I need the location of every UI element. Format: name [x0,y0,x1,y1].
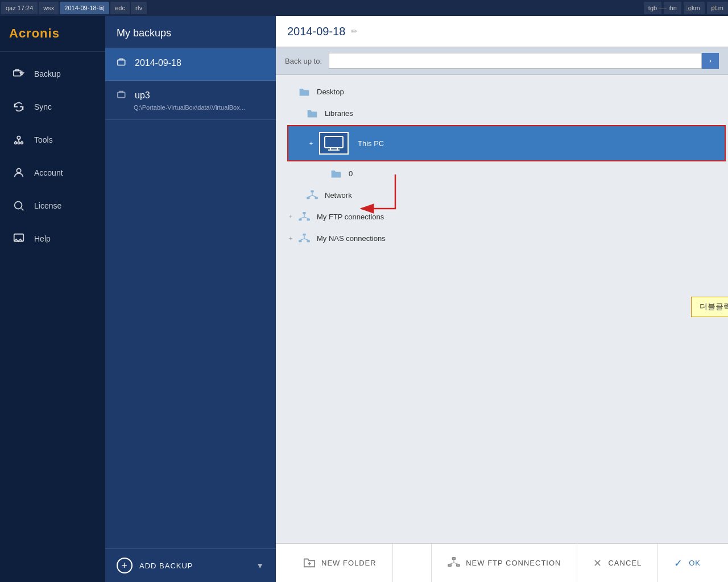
svg-rect-27 [299,240,301,243]
expand-ftp[interactable]: + [285,211,296,222]
expand-libraries[interactable] [293,107,304,119]
backup-to-arrow[interactable]: › [702,53,719,69]
new-ftp-icon [448,556,460,570]
sidebar-item-backup[interactable]: Backup [0,57,105,90]
cancel-button[interactable]: ✕ CANCEL [577,544,657,582]
tree-item-this-pc[interactable]: + This PC [287,125,726,161]
add-backup-button[interactable]: + ADD BACKUP ▼ [117,558,264,573]
ok-button[interactable]: ✓ OK [657,544,717,582]
minimize-button[interactable]: — [650,0,676,16]
backup-item-sub: Q:\Portable-VirtualBox\data\VirtualBox..… [117,104,264,111]
folder-icon-libraries [304,105,320,121]
taskbar-edc[interactable]: edc [110,2,130,14]
expand-this-pc[interactable]: + [305,138,317,149]
folder-icon-desktop [296,84,312,99]
tree-item-network[interactable]: Network [276,184,728,206]
tree-item-ftp[interactable]: + My FTP connections [276,206,728,227]
account-label: Account [34,168,63,177]
svg-rect-14 [311,190,313,193]
backup-to-bar: Back up to: › [276,47,728,75]
svg-line-24 [300,217,304,219]
this-pc-label: This PC [358,139,384,148]
panel-title: My backups [105,16,276,48]
sidebar-nav: Backup Sync [0,52,105,582]
app-logo: Acronis [0,16,105,52]
sidebar-item-tools[interactable]: Tools [0,123,105,156]
taskbar-date[interactable]: 2014-09-18-목 [60,2,109,14]
svg-point-2 [15,142,17,144]
svg-point-3 [21,142,23,144]
new-folder-button[interactable]: NEW FOLDER [287,544,393,582]
backup-to-label: Back up to: [285,57,322,65]
svg-line-31 [304,239,308,240]
backup-item-up3[interactable]: up3 Q:\Portable-VirtualBox\data\VirtualB… [105,81,276,120]
taskbar-time: qaz 17:24 [1,2,38,14]
expand-desktop[interactable] [285,86,296,97]
svg-line-30 [300,239,304,240]
svg-rect-21 [299,219,301,221]
taskbar-rfv[interactable]: rfv [131,2,147,14]
add-backup-chevron: ▼ [256,561,264,570]
expand-zero[interactable] [317,168,328,179]
help-icon [11,231,26,246]
svg-rect-28 [307,240,310,243]
edit-icon[interactable]: ✏ [351,27,358,36]
taskbar-wsx[interactable]: wsx [39,2,59,14]
account-icon [11,165,26,180]
ftp-label: My FTP connections [317,213,384,221]
annotation-tooltip: 더블클릭하시면됩니다 [691,297,728,317]
zero-label: 0 [349,169,353,178]
network-label: Network [325,191,352,199]
panel-footer: + ADD BACKUP ▼ [105,548,276,582]
sidebar-item-account[interactable]: Account [0,156,105,189]
tree-item-desktop[interactable]: Desktop [276,81,728,102]
tree-item-nas[interactable]: + My NAS connections [276,227,728,249]
maximize-button[interactable]: □ [676,0,702,16]
svg-line-25 [304,217,308,219]
backup-to-input[interactable] [329,53,702,69]
sync-icon [11,99,26,114]
network-icon [304,187,320,203]
svg-point-4 [18,142,20,144]
sidebar-item-sync[interactable]: Sync [0,90,105,123]
sidebar-item-license[interactable]: License [0,189,105,222]
svg-rect-8 [118,60,125,65]
svg-point-6 [15,202,22,209]
svg-rect-10 [325,136,343,148]
svg-rect-35 [452,557,456,559]
ok-icon: ✓ [674,557,683,569]
svg-rect-22 [307,219,310,221]
backup-label: Backup [34,69,61,78]
tree-item-libraries[interactable]: Libraries [276,102,728,124]
folder-icon-zero [328,165,344,181]
panel-right: 2014-09-18 ✏ Back up to: › Desktop [276,16,728,582]
close-button[interactable]: ✕ [702,0,728,16]
right-title: 2014-09-18 ✏ [287,25,717,38]
tools-label: Tools [34,135,53,144]
license-label: License [34,201,61,210]
svg-line-19 [312,196,316,197]
desktop-label: Desktop [317,88,344,96]
expand-nas[interactable]: + [285,232,296,244]
svg-rect-0 [14,71,21,76]
ftp-icon [296,209,312,225]
svg-rect-16 [315,197,318,199]
nas-icon [296,230,312,246]
file-tree: Desktop Libraries + [276,75,728,543]
app-container: Acronis Backup [0,16,728,582]
taskbar: qaz 17:24 wsx 2014-09-18-목 edc rfv tgb i… [0,0,728,16]
nas-label: My NAS connections [317,234,386,243]
new-ftp-button[interactable]: NEW FTP CONNECTION [431,544,577,582]
tree-item-zero[interactable]: 0 [276,163,728,184]
sidebar: Acronis Backup [0,16,105,582]
expand-network[interactable] [293,189,304,201]
svg-rect-36 [448,564,452,566]
svg-rect-15 [307,197,309,199]
libraries-label: Libraries [325,109,353,118]
license-icon [11,198,26,213]
sidebar-item-help[interactable]: Help [0,222,105,255]
backup-item-date[interactable]: 2014-09-18 [105,48,276,81]
svg-point-5 [16,169,20,173]
window-controls: — □ ✕ [650,0,728,16]
add-plus-icon: + [117,558,133,573]
